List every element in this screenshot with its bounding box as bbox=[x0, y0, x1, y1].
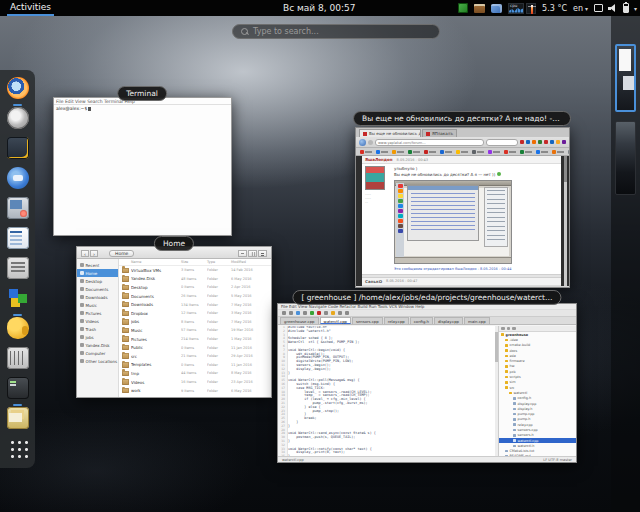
file-row: Music 57 items Folder 19 Mar 2016 bbox=[119, 326, 271, 335]
toolbar-button-icon bbox=[282, 311, 286, 315]
app-icon bbox=[7, 107, 29, 129]
screen-icon bbox=[594, 4, 603, 12]
window-preview-files[interactable]: ‹ › Home Recent Home bbox=[76, 246, 272, 398]
embedded-screenshot bbox=[394, 180, 512, 264]
dock-app-button[interactable] bbox=[0, 407, 35, 437]
folder-icon bbox=[122, 285, 129, 291]
toolbar-button-icon bbox=[317, 311, 321, 315]
favicon bbox=[426, 132, 430, 136]
place-icon bbox=[80, 263, 84, 267]
bookmark-favicon bbox=[488, 150, 492, 154]
search-placeholder: Type to search... bbox=[253, 27, 319, 36]
updates-tray-icon[interactable] bbox=[458, 3, 468, 13]
post-date: 8.05.2016 - 00:47 bbox=[386, 279, 417, 283]
tree-toolbar-icon bbox=[507, 327, 511, 331]
keyboard-layout-button[interactable]: en ▾ bbox=[573, 4, 588, 13]
dock-app-button[interactable] bbox=[0, 287, 35, 317]
sidebar-item: jobs bbox=[77, 333, 118, 341]
bookmark-favicon bbox=[520, 150, 524, 154]
folder-icon bbox=[122, 362, 129, 368]
browser-tab: ЯПлакалъ bbox=[422, 129, 457, 137]
browser-tab-bar: Вы еще не обновились до д… ЯПлакалъ bbox=[356, 128, 569, 137]
workspace-thumbnail-1[interactable] bbox=[615, 44, 636, 112]
dock-app-button[interactable] bbox=[0, 227, 35, 257]
bookmark-label-stub bbox=[477, 151, 484, 153]
aggregate-menu-button[interactable]: ▾ bbox=[594, 3, 637, 13]
toolbar-button-icon bbox=[562, 140, 566, 144]
window-preview-browser[interactable]: Вы еще не обновились до д… ЯПлакалъ www.… bbox=[355, 127, 570, 288]
folder-icon bbox=[122, 293, 129, 299]
top-bar: Activities Вс май 8, 00:57 cpu 5.3 °C en… bbox=[0, 0, 640, 16]
dock-app-button[interactable] bbox=[0, 77, 35, 107]
place-icon bbox=[80, 295, 84, 299]
toolbar-button-icon bbox=[345, 311, 349, 315]
files-list: Name Size Type Modified VirtualBox VMs 3… bbox=[119, 259, 271, 397]
folder-icon bbox=[122, 371, 129, 377]
place-icon bbox=[80, 327, 84, 331]
file-row: Videos 16 items Folder 23 Apr 2016 bbox=[119, 378, 271, 387]
post-body: –––––– Цитата Вы ещё не обновились до де… bbox=[362, 286, 561, 287]
toolbar-button-icon bbox=[556, 140, 560, 144]
file-row: jobs 8 items Folder 7 May 2016 bbox=[119, 318, 271, 327]
app-icon bbox=[7, 407, 29, 429]
browser-page: ЯшаЛондон 8.05.2016 - 00:43 –––––––––– у… bbox=[356, 156, 569, 286]
search-field bbox=[486, 139, 518, 146]
toolbar-buttons bbox=[520, 140, 566, 144]
clock-button[interactable]: Вс май 8, 00:57 bbox=[283, 0, 355, 16]
dock-app-button[interactable] bbox=[0, 257, 35, 287]
toolbar-button-icon bbox=[331, 311, 335, 315]
dock-app-button[interactable] bbox=[0, 437, 35, 467]
place-icon bbox=[80, 351, 84, 355]
sidebar-item: Music bbox=[77, 301, 118, 309]
dock-app-button[interactable] bbox=[0, 107, 35, 137]
tiny-icon bbox=[398, 194, 403, 198]
place-icon bbox=[80, 359, 84, 363]
cloud-sync-tray-icon[interactable] bbox=[491, 4, 502, 13]
dock-app-button[interactable] bbox=[0, 347, 35, 377]
dock-app-button[interactable] bbox=[0, 197, 35, 227]
temperature-readout[interactable]: 5.3 °C bbox=[542, 4, 567, 13]
system-monitor-applet[interactable]: cpu bbox=[508, 3, 536, 14]
forward-button: › bbox=[90, 250, 98, 257]
tree-item-icon bbox=[513, 439, 516, 442]
tree-item-icon bbox=[505, 360, 508, 363]
folder-icon bbox=[122, 302, 129, 308]
terminal-prompt: alex@alex:~$ bbox=[54, 105, 231, 112]
dock-app-button[interactable] bbox=[0, 167, 35, 197]
dock-app-button[interactable] bbox=[0, 317, 35, 347]
post-header: СанькО 8.05.2016 - 00:47 bbox=[362, 278, 561, 286]
toolbar-button-icon bbox=[303, 311, 307, 315]
screenshot-icon-strip bbox=[396, 183, 404, 261]
place-icon bbox=[80, 287, 84, 291]
window-preview-editor[interactable]: File Edit View Navigate Code Refactor Bu… bbox=[277, 303, 577, 463]
workspace-thumbnail-2[interactable] bbox=[615, 121, 636, 195]
nav-buttons: ‹ › bbox=[81, 250, 98, 257]
editor-tab: waterctl.cpp bbox=[320, 317, 351, 324]
scrollbar[interactable] bbox=[495, 326, 498, 456]
bookmark-label-stub bbox=[493, 151, 500, 153]
activities-button[interactable]: Activities bbox=[7, 0, 54, 16]
tree-item-icon bbox=[505, 450, 508, 453]
post-body: –––––––––– улыбнуло ) Вы ещё не обновили… bbox=[362, 164, 561, 274]
tree-item-icon bbox=[513, 418, 516, 421]
app-icon bbox=[7, 437, 28, 458]
dock-app-button[interactable] bbox=[0, 137, 35, 167]
dock-app-button[interactable] bbox=[0, 377, 35, 407]
tree-rows: greenhouse .idea cmake-build docs bbox=[499, 332, 576, 456]
notes-tray-icon[interactable] bbox=[474, 4, 485, 13]
tree-item-icon bbox=[505, 370, 508, 373]
post-author: ЯшаЛондон bbox=[365, 157, 393, 162]
search-bar[interactable]: Type to search... bbox=[232, 24, 440, 39]
window-preview-terminal[interactable]: File Edit View Search Terminal Help alex… bbox=[53, 97, 232, 236]
tree-item-icon bbox=[505, 355, 508, 358]
scrollbar[interactable] bbox=[564, 156, 567, 286]
system-tray: cpu 5.3 °C en ▾ ▾ bbox=[458, 0, 637, 16]
app-icon bbox=[7, 347, 29, 369]
tiny-icon bbox=[398, 224, 403, 228]
editor-tab: main.cpp bbox=[464, 317, 490, 324]
tree-item-icon bbox=[505, 344, 508, 347]
temperature-graph-icon bbox=[526, 3, 536, 14]
code-area: 1 #include <avr/io.h> 2 #include "waterc… bbox=[278, 326, 498, 456]
app-icon bbox=[7, 227, 29, 249]
editor-tab: relay.cpp bbox=[384, 317, 409, 324]
